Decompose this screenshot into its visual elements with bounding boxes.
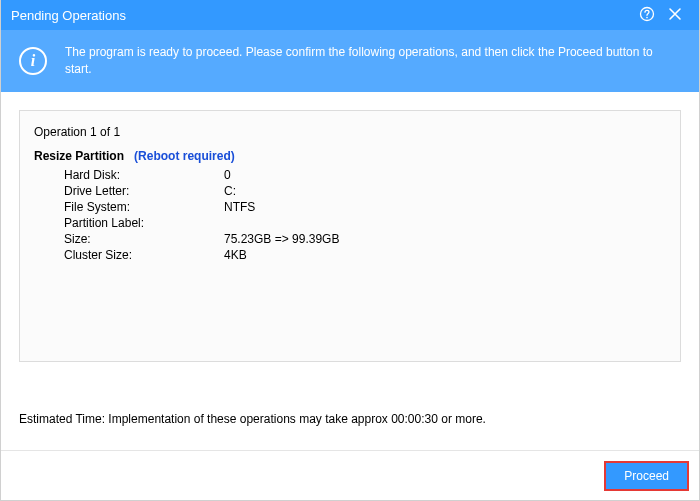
- row-cluster-size: Cluster Size: 4KB: [34, 247, 666, 263]
- value-cluster-size: 4KB: [224, 247, 666, 263]
- row-size: Size: 75.23GB => 99.39GB: [34, 231, 666, 247]
- close-icon: [668, 7, 682, 24]
- reboot-close-paren: ): [231, 149, 235, 163]
- value-file-system: NTFS: [224, 199, 666, 215]
- info-banner: i The program is ready to proceed. Pleas…: [1, 30, 699, 92]
- help-button[interactable]: [633, 1, 661, 29]
- value-size: 75.23GB => 99.39GB: [224, 231, 666, 247]
- row-drive-letter: Drive Letter: C:: [34, 183, 666, 199]
- close-button[interactable]: [661, 1, 689, 29]
- banner-message: The program is ready to proceed. Please …: [65, 44, 681, 78]
- label-size: Size:: [64, 231, 224, 247]
- value-drive-letter: C:: [224, 183, 666, 199]
- label-drive-letter: Drive Letter:: [64, 183, 224, 199]
- value-partition-label: [224, 215, 666, 231]
- row-hard-disk: Hard Disk: 0: [34, 167, 666, 183]
- proceed-button[interactable]: Proceed: [604, 461, 689, 491]
- row-file-system: File System: NTFS: [34, 199, 666, 215]
- window-title: Pending Operations: [11, 8, 633, 23]
- info-icon: i: [19, 47, 47, 75]
- estimated-time: Estimated Time: Implementation of these …: [19, 412, 681, 426]
- row-partition-label: Partition Label:: [34, 215, 666, 231]
- label-file-system: File System:: [64, 199, 224, 215]
- operation-title: Resize Partition: [34, 149, 124, 163]
- operation-title-row: Resize Partition (Reboot required): [34, 149, 666, 163]
- svg-point-1: [646, 16, 648, 18]
- operations-panel: Operation 1 of 1 Resize Partition (Reboo…: [19, 110, 681, 362]
- value-hard-disk: 0: [224, 167, 666, 183]
- titlebar: Pending Operations: [1, 0, 699, 30]
- content-area: Operation 1 of 1 Resize Partition (Reboo…: [1, 92, 699, 450]
- operation-count: Operation 1 of 1: [34, 125, 666, 139]
- footer: Proceed: [1, 450, 699, 500]
- label-partition-label: Partition Label:: [64, 215, 224, 231]
- pending-operations-window: Pending Operations i The program is read…: [0, 0, 700, 501]
- label-hard-disk: Hard Disk:: [64, 167, 224, 183]
- label-cluster-size: Cluster Size:: [64, 247, 224, 263]
- reboot-required-label: Reboot required: [138, 149, 231, 163]
- help-icon: [639, 6, 655, 25]
